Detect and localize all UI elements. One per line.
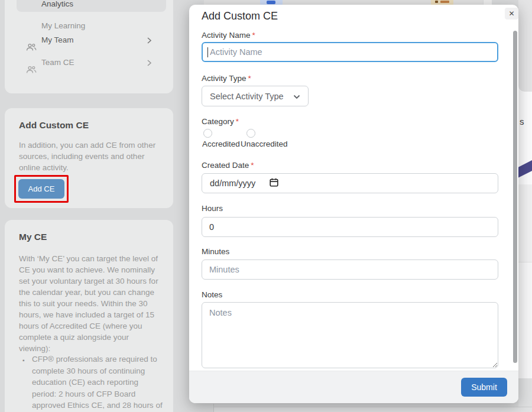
bullet-icon: ▪ [22,353,32,412]
add-ce-button[interactable]: Add CE [18,179,64,199]
chevron-right-icon [147,59,152,66]
hours-input[interactable] [202,217,498,237]
chevron-right-icon [147,36,152,44]
sidebar-item-analytics-label[interactable]: Analytics [41,0,73,8]
people-icon [26,43,37,52]
sidebar-item-my-team[interactable]: My Team [41,35,74,44]
blue-icon-glyph [267,1,275,4]
card-description: With ‘My CE’ you can target the level of… [19,253,162,354]
date-value: dd/mm/yyyy [210,179,255,188]
label-text: Created Date [202,161,249,170]
required-marker: * [252,31,255,40]
list-item: ▪ CFP® professionals are required to com… [22,353,163,412]
radio-unaccredited-label[interactable]: Unaccredited [241,140,288,148]
text-cursor [207,47,208,57]
people-icon [26,65,37,74]
activity-type-select[interactable]: Select Activity Type [202,86,309,106]
card-title: My CE [19,232,47,242]
background-partial-heading: s [520,116,524,126]
required-marker: * [248,74,251,83]
hours-label: Hours [202,204,223,213]
orange-icon-glyph [435,1,438,3]
background-panel [518,184,532,262]
my-ce-card: My CE With ‘My CE’ you can target the le… [5,220,173,412]
notes-textarea[interactable] [202,302,498,368]
radio-accredited[interactable] [203,129,212,138]
activity-name-input[interactable] [202,42,498,62]
created-date-input[interactable]: dd/mm/yyyy [202,173,498,193]
radio-unaccredited[interactable] [246,129,255,138]
app-window: s Analytics My Learning My Team Team CE … [0,0,532,412]
label-text: Category [202,117,234,126]
minutes-input[interactable] [202,259,498,280]
calendar-icon[interactable] [255,178,278,189]
sidebar-item-analytics[interactable] [17,0,166,12]
notes-label: Notes [202,290,222,299]
add-custom-ce-card: Add Custom CE In addition, you can add C… [5,108,173,208]
sidebar: Analytics My Learning My Team Team CE [5,0,173,93]
add-custom-ce-modal: Add Custom CE ✕ Activity Name* Activity … [189,5,518,403]
background-table-row [214,407,532,412]
modal-footer: Submit [189,371,518,403]
background-purple-ribbon [518,157,532,178]
select-value: Select Activity Type [210,92,293,101]
card-title: Add Custom CE [19,120,89,131]
background-right-edge: s [518,0,532,412]
close-icon[interactable]: ✕ [505,8,518,20]
label-text: Activity Type [202,74,246,83]
list-item-text: CFP® professionals are required to compl… [32,353,163,412]
chevron-down-icon [293,91,300,102]
orange-icon-glyph [440,1,449,3]
submit-button[interactable]: Submit [461,378,507,397]
required-marker: * [251,161,254,170]
radio-accredited-label[interactable]: Accredited [202,140,240,148]
sidebar-item-my-learning[interactable]: My Learning [41,21,85,30]
activity-type-label: Activity Type* [202,74,251,83]
required-marker: * [236,117,239,126]
activity-name-label: Activity Name* [202,31,255,40]
label-text: Activity Name [202,31,251,40]
modal-title: Add Custom CE [202,10,278,22]
created-date-label: Created Date* [202,161,254,170]
background-card-corner [518,0,532,92]
sidebar-item-team-ce[interactable]: Team CE [41,58,74,67]
card-description: In addition, you can add CE from other s… [19,140,162,173]
annotation-highlight-box: Add CE [14,175,69,203]
category-label: Category* [202,117,239,126]
background-gap-strip [484,0,492,5]
minutes-label: Minutes [202,247,229,256]
modal-scrollbar[interactable] [513,31,517,363]
background-panel [518,262,532,378]
